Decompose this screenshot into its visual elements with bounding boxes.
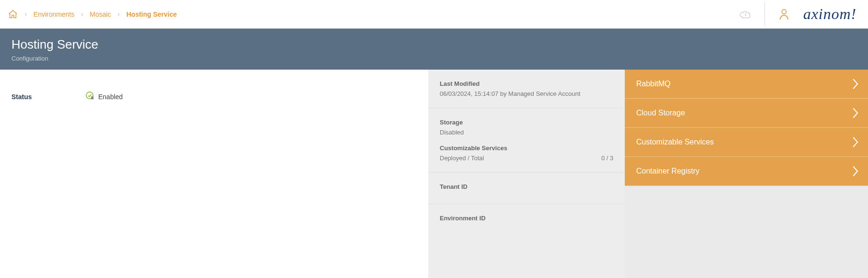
nav-container-registry[interactable]: Container Registry: [625, 157, 868, 186]
deployed-total-row: Deployed / Total 0 / 3: [440, 154, 613, 162]
tenant-block: Tenant ID: [428, 173, 625, 204]
svg-rect-3: [92, 96, 93, 97]
status-value: Enabled: [86, 92, 123, 102]
brand-logo: axinom!: [803, 5, 857, 23]
nav-cloud-storage-label: Cloud Storage: [636, 109, 685, 117]
breadcrumb-environments[interactable]: Environments: [33, 10, 74, 18]
main-area: Status Enabled Last Modified 06/03/2024,…: [0, 70, 868, 278]
last-modified-block: Last Modified 06/03/2024, 15:14:07 by Ma…: [428, 70, 625, 108]
cloud-sync-icon[interactable]: [736, 5, 755, 24]
storage-block: Storage Disabled Customizable Services D…: [428, 108, 625, 173]
user-icon[interactable]: [775, 5, 794, 24]
nav-rabbitmq-label: RabbitMQ: [636, 80, 671, 88]
deployed-total-value: 0 / 3: [601, 154, 613, 162]
enabled-check-icon: [86, 92, 94, 102]
last-modified-value: 06/03/2024, 15:14:07 by Managed Service …: [440, 90, 613, 97]
nav-customizable-services[interactable]: Customizable Services: [625, 128, 868, 157]
info-panel: Last Modified 06/03/2024, 15:14:07 by Ma…: [428, 70, 625, 278]
chevron-right-icon: ›: [25, 10, 27, 18]
home-icon[interactable]: [8, 9, 18, 20]
chevron-right-icon: [852, 136, 859, 148]
nav-container-registry-label: Container Registry: [636, 167, 700, 175]
chevron-right-icon: [852, 165, 859, 177]
svg-point-0: [782, 9, 786, 13]
storage-label: Storage: [440, 119, 613, 126]
environment-block: Environment ID: [428, 204, 625, 235]
customizable-services-label: Customizable Services: [440, 144, 613, 152]
nav-customizable-services-label: Customizable Services: [636, 138, 714, 146]
deployed-total-key: Deployed / Total: [440, 154, 484, 162]
page-title: Hosting Service: [11, 37, 857, 52]
page-subtitle: Configuration: [11, 55, 857, 62]
chevron-right-icon: [852, 78, 859, 90]
nav-rabbitmq[interactable]: RabbitMQ: [625, 70, 868, 99]
status-row: Status Enabled: [11, 92, 417, 102]
storage-value: Disabled: [440, 129, 613, 136]
environment-id-label: Environment ID: [440, 215, 613, 222]
chevron-right-icon: ›: [118, 10, 120, 18]
tenant-id-label: Tenant ID: [440, 183, 613, 190]
side-nav: RabbitMQ Cloud Storage Customizable Serv…: [625, 70, 868, 278]
breadcrumb-mosaic[interactable]: Mosaic: [90, 10, 111, 18]
last-modified-label: Last Modified: [440, 80, 613, 87]
status-text: Enabled: [98, 93, 123, 101]
nav-cloud-storage[interactable]: Cloud Storage: [625, 99, 868, 128]
status-label: Status: [11, 93, 86, 101]
page-header: Hosting Service Configuration: [0, 29, 868, 70]
breadcrumb-current: Hosting Service: [126, 10, 177, 18]
top-bar: › Environments › Mosaic › Hosting Servic…: [0, 0, 868, 29]
divider: [765, 2, 765, 26]
breadcrumb: › Environments › Mosaic › Hosting Servic…: [8, 9, 177, 20]
content-panel: Status Enabled: [0, 70, 428, 278]
chevron-right-icon: ›: [81, 10, 83, 18]
chevron-right-icon: [852, 107, 859, 119]
top-right-controls: axinom!: [736, 2, 857, 26]
